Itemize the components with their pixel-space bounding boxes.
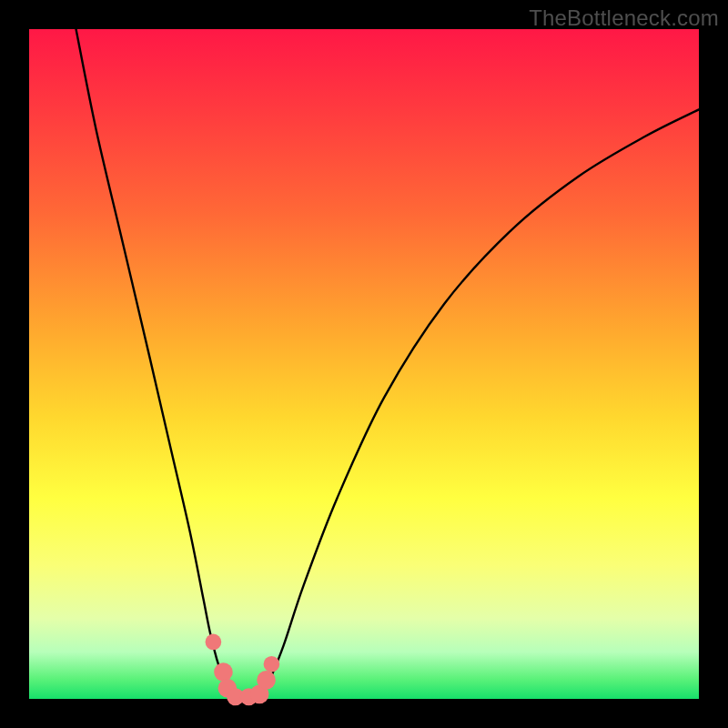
data-marker: [214, 662, 233, 682]
outer-frame: TheBottleneck.com: [0, 0, 728, 728]
data-marker: [206, 634, 222, 651]
bottleneck-curve-left: [76, 29, 238, 699]
marker-group: [206, 634, 280, 706]
watermark-text: TheBottleneck.com: [529, 5, 719, 31]
curve-overlay: [0, 0, 728, 728]
data-marker: [257, 671, 276, 690]
bottleneck-curve-right: [257, 109, 699, 699]
data-marker: [264, 656, 280, 672]
